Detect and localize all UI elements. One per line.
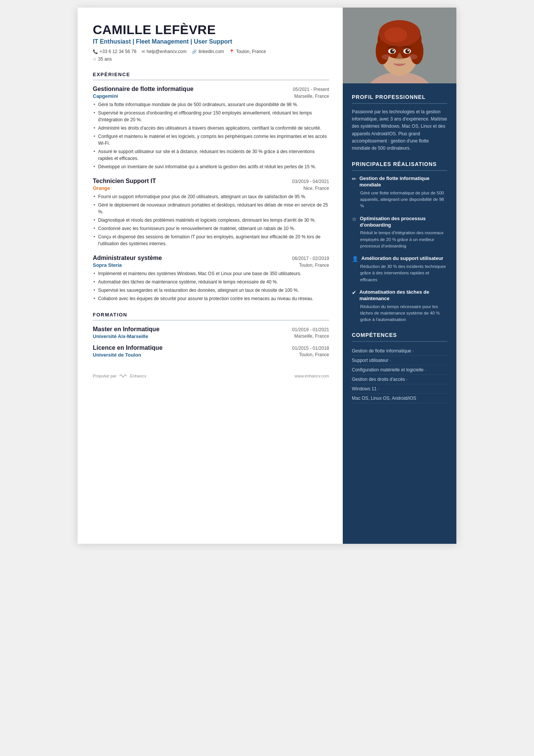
job-1-bullet-3: Administré les droits d'accès des utilis… <box>93 125 329 131</box>
skill-item: Gestion des droits d'accès · <box>352 375 447 384</box>
candidate-subtitle: IT Enthusiast | Fleet Management | User … <box>93 38 329 45</box>
edu-1-date: 01/2019 - 01/2021 <box>292 327 329 332</box>
profil-title: PROFIL PROFESSIONNEL <box>352 94 447 100</box>
svg-point-12 <box>405 49 410 53</box>
edu-1-location: Marseille, France <box>294 333 329 339</box>
job-1-company: Capgemini <box>93 93 118 99</box>
svg-point-14 <box>408 50 409 51</box>
job-1-bullet-6: Développé un inventaire de suivi informa… <box>93 163 329 170</box>
formation-divider <box>93 320 329 321</box>
competences-section: COMPÉTENCES Gestion de flotte informatiq… <box>352 332 447 403</box>
profil-divider <box>352 103 447 104</box>
job-2-bullet-5: Conçu et dispensé des sessions de format… <box>93 233 329 247</box>
competences-divider <box>352 341 447 342</box>
skill-item: Mac OS, Linux OS, Android/iOS <box>352 394 447 403</box>
linkedin-value: linkedin.com <box>198 49 224 54</box>
realisation-4-title: Automatisation des tâches de maintenance <box>359 289 447 302</box>
job-1-location: Marseille, France <box>294 94 329 99</box>
realisation-1: ✏ Gestion de flotte informatique mondial… <box>352 175 447 210</box>
phone-icon: 📞 <box>93 49 98 54</box>
job-3-header: Administrateur système 06/2017 - 02/2019 <box>93 255 329 261</box>
skill-item: Support utilisateur · <box>352 356 447 365</box>
experience-section: EXPÉRIENCE Gestionnaire de flotte inform… <box>93 72 329 302</box>
location-contact: 📍 Toulon, France <box>229 49 266 54</box>
experience-title: EXPÉRIENCE <box>93 72 329 77</box>
edu-1-school: Université Aix-Marseille <box>93 333 148 339</box>
svg-point-15 <box>382 54 391 59</box>
photo-placeholder <box>343 8 456 83</box>
job-2-bullets: Fourni un support informatique pour plus… <box>93 193 329 247</box>
realisation-3-icon: 👤 <box>352 256 358 262</box>
enhancv-logo <box>119 373 128 379</box>
email-value: help@enhancv.com <box>147 49 186 54</box>
job-3-title: Administrateur système <box>93 255 162 261</box>
edu-2-school-row: Université de Toulon Toulon, France <box>93 352 329 358</box>
job-3: Administrateur système 06/2017 - 02/2019… <box>93 255 329 302</box>
edu-1: Master en Informatique 01/2019 - 01/2021… <box>93 326 329 339</box>
job-3-bullet-1: Implémenté et maintenu des systèmes Wind… <box>93 270 329 277</box>
edu-1-header: Master en Informatique 01/2019 - 01/2021 <box>93 326 329 333</box>
left-footer: Propulsé par Enhancv www.enhancv.com <box>93 373 329 379</box>
linkedin-contact: 🔗 linkedin.com <box>192 49 224 54</box>
skill-item: Configuration matérielle et logicielle · <box>352 365 447 375</box>
linkedin-icon: 🔗 <box>192 49 197 54</box>
realisation-3-desc: Réduction de 30 % des incidents techniqu… <box>352 263 447 283</box>
svg-point-13 <box>392 50 394 51</box>
realisation-2-title: Optimisation des processus d'onboarding <box>360 216 447 229</box>
job-3-company: Sopra Steria <box>93 262 122 268</box>
job-3-bullets: Implémenté et maintenu des systèmes Wind… <box>93 270 329 302</box>
resume-container: CAMILLE LEFÈVRE IT Enthusiast | Fleet Ma… <box>78 8 456 544</box>
powered-by-label: Propulsé par <box>93 374 116 378</box>
svg-point-11 <box>390 49 395 53</box>
svg-point-16 <box>408 54 417 59</box>
realisation-2: ☆ Optimisation des processus d'onboardin… <box>352 216 447 250</box>
job-2-header: Technicien Support IT 03/2019 - 04/2021 <box>93 178 329 185</box>
realisation-3-header: 👤 Amélioration du support utilisateur <box>352 255 447 262</box>
competences-title: COMPÉTENCES <box>352 332 447 338</box>
job-3-bullet-2: Automatisé des tâches de maintenance sys… <box>93 279 329 285</box>
location-icon: 📍 <box>229 49 234 54</box>
job-3-date: 06/2017 - 02/2019 <box>292 256 329 261</box>
profil-text: Passionné par les technologies et la ges… <box>352 108 447 152</box>
age-value: 35 ans <box>98 56 112 62</box>
job-1-title: Gestionnaire de flotte informatique <box>93 86 194 92</box>
edu-2: Licence en Informatique 01/2015 - 01/201… <box>93 344 329 358</box>
job-1-company-row: Capgemini Marseille, France <box>93 93 329 99</box>
phone-contact: 📞 +33 6 12 34 56 78 <box>93 49 136 54</box>
edu-2-header: Licence en Informatique 01/2015 - 01/201… <box>93 344 329 351</box>
job-2-company-row: Orange Nice, France <box>93 185 329 191</box>
phone-value: +33 6 12 34 56 78 <box>100 49 136 54</box>
job-2-location: Nice, France <box>303 186 329 191</box>
realisation-1-icon: ✏ <box>352 176 356 182</box>
brand-name: Enhancv <box>130 374 146 378</box>
job-1: Gestionnaire de flotte informatique 05/2… <box>93 86 329 170</box>
realisations-title: PRINCIPALES RÉALISATIONS <box>352 161 447 167</box>
skill-item: Gestion de flotte informatique · <box>352 346 447 356</box>
email-contact: ✉ help@enhancv.com <box>142 49 186 54</box>
edu-1-school-row: Université Aix-Marseille Marseille, Fran… <box>93 333 329 339</box>
job-2-bullet-4: Coordonné avec les fournisseurs pour le … <box>93 225 329 232</box>
job-2: Technicien Support IT 03/2019 - 04/2021 … <box>93 178 329 247</box>
job-3-bullet-3: Supervisé les sauvegardes et la restaura… <box>93 287 329 294</box>
right-column: PROFIL PROFESSIONNEL Passionné par les t… <box>343 8 456 544</box>
realisation-4-desc: Réduction du temps nécessaire pour les t… <box>352 304 447 323</box>
email-icon: ✉ <box>142 49 145 54</box>
realisations-section: PRINCIPALES RÉALISATIONS ✏ Gestion de fl… <box>352 161 447 323</box>
realisation-2-header: ☆ Optimisation des processus d'onboardin… <box>352 216 447 229</box>
realisation-2-icon: ☆ <box>352 216 357 222</box>
age-icon: ☆ <box>93 57 97 62</box>
realisation-4-header: ✔ Automatisation des tâches de maintenan… <box>352 289 447 302</box>
experience-divider <box>93 80 329 80</box>
svg-point-8 <box>384 27 407 42</box>
realisations-divider <box>352 170 447 171</box>
location-value: Toulon, France <box>236 49 266 54</box>
job-2-bullet-1: Fourni un support informatique pour plus… <box>93 193 329 200</box>
photo-area <box>343 8 456 83</box>
job-2-company: Orange <box>93 185 110 191</box>
right-content: PROFIL PROFESSIONNEL Passionné par les t… <box>343 83 456 412</box>
formation-title: FORMATION <box>93 312 329 318</box>
edu-2-location: Toulon, France <box>299 352 329 358</box>
portrait-svg <box>343 8 456 83</box>
realisation-1-header: ✏ Gestion de flotte informatique mondial… <box>352 175 447 188</box>
realisation-4: ✔ Automatisation des tâches de maintenan… <box>352 289 447 323</box>
